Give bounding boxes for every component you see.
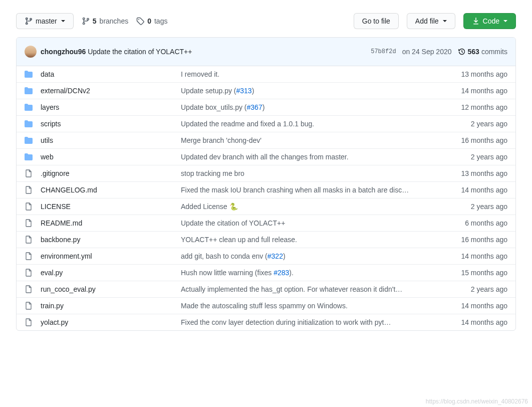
svg-point-5: [87, 19, 89, 21]
caret-down-icon: [443, 20, 447, 22]
commit-message[interactable]: Update the citation of YOLACT++: [181, 219, 465, 227]
file-icon: [25, 169, 33, 177]
commit-time: 14 months ago: [461, 302, 507, 310]
file-icon: [25, 219, 33, 227]
commit-message[interactable]: YOLACT++ clean up and full release.: [181, 236, 461, 244]
commit-time: 6 months ago: [465, 219, 507, 227]
file-name-link[interactable]: scripts: [41, 120, 61, 128]
file-icon: [25, 269, 33, 277]
file-name-link[interactable]: layers: [41, 103, 59, 111]
commit-message-header[interactable]: Update the citation of YOLACT++: [88, 48, 192, 56]
branch-icon: [25, 17, 33, 25]
file-name-link[interactable]: external/DCNv2: [41, 87, 90, 95]
tags-label: tags: [154, 17, 167, 25]
file-name-link[interactable]: run_coco_eval.py: [41, 285, 96, 293]
commit-message[interactable]: Actually implemented the has_gt option. …: [181, 285, 471, 293]
issue-link[interactable]: #367: [247, 103, 262, 111]
file-name-link[interactable]: eval.py: [41, 269, 63, 277]
table-row: .gitignorestop tracking me bro13 months …: [17, 165, 515, 182]
branch-name: master: [36, 16, 57, 26]
file-name-link[interactable]: utils: [41, 136, 53, 144]
caret-down-icon: [61, 20, 65, 22]
tags-count: 0: [147, 17, 151, 25]
commit-message[interactable]: Made the autoscaling stuff less spammy o…: [181, 302, 461, 310]
file-name-link[interactable]: environment.yml: [41, 252, 92, 260]
commit-message[interactable]: add git, bash to conda env (#322): [181, 252, 461, 260]
tags-link[interactable]: 0 tags: [136, 17, 167, 25]
commit-author[interactable]: chongzhou96: [41, 48, 86, 56]
commit-message[interactable]: Merge branch 'chong-dev': [181, 136, 461, 144]
folder-icon: [25, 136, 33, 144]
commit-time: 14 months ago: [461, 318, 507, 326]
table-row: train.pyMade the autoscaling stuff less …: [17, 298, 515, 314]
commit-time: 2 years ago: [471, 120, 507, 128]
table-row: external/DCNv2Update setup.py (#313)14 m…: [17, 83, 515, 99]
commit-sha[interactable]: 57b8f2d: [371, 48, 396, 55]
file-icon: [25, 302, 33, 310]
commit-time: 16 months ago: [461, 136, 507, 144]
commit-time: 12 months ago: [461, 103, 507, 111]
commits-link[interactable]: 563 commits: [458, 48, 507, 56]
folder-icon: [25, 70, 33, 78]
file-name-link[interactable]: data: [41, 70, 54, 78]
commit-time: 14 months ago: [461, 87, 507, 95]
file-name-link[interactable]: yolact.py: [41, 318, 68, 326]
commit-message[interactable]: Added License 🐍: [181, 202, 471, 211]
table-row: layersUpdate box_utils.py (#367)12 month…: [17, 99, 515, 116]
file-name-link[interactable]: README.md: [41, 219, 82, 227]
branch-selector-button[interactable]: master: [16, 13, 74, 29]
code-button[interactable]: Code: [463, 13, 516, 29]
commit-time: 2 years ago: [471, 285, 507, 293]
folder-icon: [25, 87, 33, 95]
caret-down-icon: [503, 20, 507, 22]
table-row: eval.pyHush now little warning (fixes #2…: [17, 265, 515, 281]
table-row: scriptsUpdated the readme and fixed a 1.…: [17, 116, 515, 132]
folder-icon: [25, 120, 33, 128]
file-name-link[interactable]: .gitignore: [41, 169, 70, 177]
issue-link[interactable]: #313: [236, 87, 252, 95]
commit-message[interactable]: Update box_utils.py (#367): [181, 103, 461, 111]
commit-time: 16 months ago: [461, 236, 507, 244]
table-row: CHANGELOG.mdFixed the mask IoU branch cr…: [17, 182, 515, 198]
repo-toolbar: master 5 branches 0 tags Go to file Add …: [16, 13, 516, 29]
file-name-link[interactable]: CHANGELOG.md: [41, 186, 97, 194]
commit-message[interactable]: Updated dev branch with all the changes …: [181, 153, 471, 161]
commit-date: on 24 Sep 2020: [402, 48, 452, 56]
table-row: environment.ymladd git, bash to conda en…: [17, 248, 515, 265]
table-row: run_coco_eval.pyActually implemented the…: [17, 281, 515, 298]
file-name-link[interactable]: web: [41, 153, 54, 161]
branches-label: branches: [100, 17, 129, 25]
svg-point-4: [83, 23, 85, 25]
table-row: yolact.pyFixed the conv layer detection …: [17, 314, 515, 330]
commit-message[interactable]: stop tracking me bro: [181, 169, 461, 177]
latest-commit-row: chongzhou96 Update the citation of YOLAC…: [17, 38, 515, 66]
table-row: README.mdUpdate the citation of YOLACT++…: [17, 215, 515, 232]
file-icon: [25, 318, 33, 326]
table-row: utilsMerge branch 'chong-dev'16 months a…: [17, 132, 515, 149]
branches-link[interactable]: 5 branches: [82, 17, 128, 25]
file-icon: [25, 186, 33, 194]
file-icon: [25, 252, 33, 260]
commit-time: 15 months ago: [461, 269, 507, 277]
commit-message[interactable]: Update setup.py (#313): [181, 87, 461, 95]
issue-link[interactable]: #283: [274, 269, 289, 277]
go-to-file-button[interactable]: Go to file: [354, 13, 399, 29]
avatar[interactable]: [25, 46, 37, 58]
commit-message[interactable]: I removed it.: [181, 70, 461, 78]
commit-message[interactable]: Fixed the mask IoU branch crashing when …: [181, 186, 461, 194]
file-name-link[interactable]: LICENSE: [41, 202, 71, 211]
commit-message[interactable]: Hush now little warning (fixes #283).: [181, 269, 461, 277]
commits-label: commits: [481, 48, 507, 56]
table-row: LICENSEAdded License 🐍2 years ago: [17, 198, 515, 215]
table-row: backbone.pyYOLACT++ clean up and full re…: [17, 232, 515, 248]
add-file-button[interactable]: Add file: [407, 13, 455, 29]
commit-time: 2 years ago: [471, 153, 507, 161]
commit-message[interactable]: Fixed the conv layer detection during in…: [181, 318, 461, 326]
svg-point-3: [83, 18, 85, 20]
file-name-link[interactable]: backbone.py: [41, 236, 80, 244]
commit-message[interactable]: Updated the readme and fixed a 1.0.1 bug…: [181, 120, 471, 128]
file-icon: [25, 285, 33, 293]
folder-icon: [25, 153, 33, 161]
issue-link[interactable]: #322: [268, 252, 283, 260]
file-name-link[interactable]: train.py: [41, 302, 64, 310]
